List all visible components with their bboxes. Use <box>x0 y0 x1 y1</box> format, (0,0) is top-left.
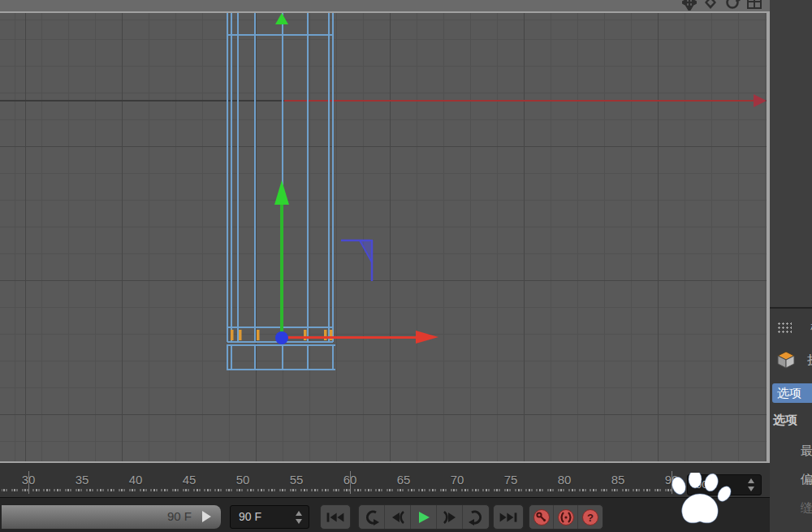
ruler-frame-label: 30 <box>22 473 36 487</box>
ruler-frame-label: 50 <box>236 473 250 487</box>
y-axis-arrow-icon[interactable] <box>274 180 289 205</box>
autokey-button[interactable] <box>554 505 578 529</box>
x-axis-handle[interactable] <box>286 336 417 339</box>
animation-toolbar: 90 F 90 F <box>0 497 770 532</box>
object-cube-icon <box>776 351 796 370</box>
attribute-label-disabled: 缝 <box>801 500 812 516</box>
move-view-icon[interactable] <box>682 0 697 11</box>
y-axis-arrow-top-icon <box>275 13 288 24</box>
world-x-axis-arrow-icon <box>754 94 767 107</box>
goto-start-button[interactable] <box>320 504 351 530</box>
world-x-axis-line <box>284 100 758 102</box>
y-axis-handle[interactable] <box>280 203 283 338</box>
object-origin-handle[interactable] <box>275 331 288 344</box>
object-name-label: 挤 <box>807 353 812 368</box>
paw-print-icon <box>666 473 734 531</box>
options-section-label: 选项 <box>773 413 797 428</box>
viewport-header <box>0 0 770 11</box>
x-axis-arrow-icon[interactable] <box>416 331 438 344</box>
viewport-canvas[interactable] <box>0 13 767 461</box>
slider-play-arrow-icon <box>202 511 211 522</box>
keyframe-selection-button[interactable]: ? <box>578 505 603 529</box>
timeline-ruler[interactable]: 30354045505560657075808590 90 F <box>0 463 770 497</box>
ruler-frame-label: 35 <box>76 473 89 487</box>
goto-end-button[interactable] <box>493 504 524 530</box>
timeline-range-slider[interactable]: 90 F <box>2 505 221 529</box>
mode-grid-icon <box>776 321 792 334</box>
ruler-frame-label: 85 <box>611 473 625 487</box>
play-forward-button[interactable] <box>411 505 437 529</box>
range-slider-value: 90 F <box>167 509 192 523</box>
frame-field-stepper[interactable] <box>748 478 755 491</box>
attribute-mode-menu[interactable]: 模 <box>776 320 812 336</box>
ruler-frame-label: 55 <box>290 473 304 487</box>
rotate-view-icon[interactable] <box>724 0 741 11</box>
deformer-handle-icon <box>338 237 377 284</box>
play-loop-button[interactable] <box>463 505 489 529</box>
max-frame-field[interactable]: 90 F <box>230 505 309 529</box>
record-keyframe-button[interactable] <box>529 505 554 529</box>
tab-options-selected[interactable]: 选项 <box>772 383 812 403</box>
ruler-frame-label: 75 <box>504 473 518 487</box>
scale-view-icon[interactable] <box>703 0 718 11</box>
playback-button-group <box>358 504 490 530</box>
attribute-label: 偏 <box>801 472 812 487</box>
ruler-frame-label: 45 <box>183 473 197 487</box>
max-frame-value: 90 F <box>239 510 261 523</box>
ruler-frame-label: 80 <box>558 473 572 487</box>
next-frame-button[interactable] <box>437 505 463 529</box>
cinema4d-window: 模 挤 选项 选项 最 偏 缝 303540455055606570758085… <box>0 0 812 532</box>
attribute-label: 最 <box>801 443 812 459</box>
ruler-frame-label: 60 <box>343 473 357 487</box>
toggle-views-icon[interactable] <box>747 0 762 11</box>
object-title-row: 挤 <box>776 351 812 370</box>
max-frame-stepper[interactable] <box>296 511 303 524</box>
previous-frame-button[interactable] <box>385 505 411 529</box>
attribute-manager-panel: 模 挤 选项 选项 最 偏 缝 <box>770 307 812 532</box>
play-backward-button[interactable] <box>359 505 385 529</box>
svg-text:?: ? <box>587 512 594 524</box>
timeline-tick-marks <box>2 489 682 491</box>
ruler-frame-label: 70 <box>451 473 464 487</box>
ruler-frame-label: 65 <box>397 473 411 487</box>
ruler-frame-label: 40 <box>129 473 143 487</box>
keyframe-button-group: ? <box>529 504 603 530</box>
